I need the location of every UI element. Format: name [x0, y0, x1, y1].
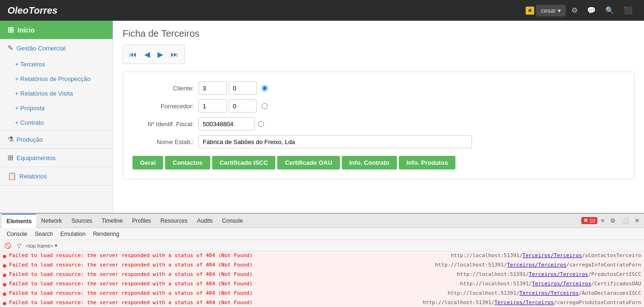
plus-icon-5: +	[15, 120, 18, 126]
fornecedor-alt-input[interactable]	[229, 99, 257, 113]
fornecedor-radio[interactable]	[262, 103, 268, 109]
devtools-tabs: Elements Network Sources Timeline Profil…	[0, 214, 644, 228]
plus-icon-3: +	[15, 90, 18, 97]
nome-input[interactable]	[198, 135, 472, 148]
sidebar-item-proposta[interactable]: + Proposta	[0, 101, 113, 115]
filter-btn[interactable]: ▽	[16, 242, 23, 250]
relatorios-label: Relatórios	[19, 173, 47, 180]
nav-prev-button[interactable]: ◀	[141, 48, 153, 61]
devtools-close-btn[interactable]: ✕	[632, 216, 642, 226]
sidebar-item-terceiros[interactable]: + Terceiros	[0, 57, 113, 72]
top-header: OleoTorres ★ cesar ▾ ⚙ 💬 🔍 ⬛	[0, 0, 644, 21]
inicio-label: Início	[17, 26, 35, 34]
chat-button[interactable]: 💬	[583, 3, 600, 17]
sec-tab-console[interactable]: Console	[3, 229, 31, 239]
console-line-3: ● Failed to load resource: the server re…	[0, 270, 644, 280]
console-url-2: http://localhost:51391/Terceiros/Terceir…	[435, 262, 641, 268]
console-line-5: ● Failed to load resource: the server re…	[0, 289, 644, 299]
tab-info-produtos[interactable]: Info. Produtos	[399, 156, 455, 170]
header-right: ★ cesar ▾ ⚙ 💬 🔍 ⬛	[526, 3, 636, 17]
proposta-label: Proposta	[20, 105, 45, 112]
edit-icon: ✎	[8, 44, 14, 52]
tab-certificado-iscc[interactable]: Certificado ISCC	[212, 156, 276, 170]
sidebar-item-inicio[interactable]: ⊞ Início	[0, 21, 113, 39]
sec-tab-search[interactable]: Search	[31, 229, 57, 239]
console-line-4: ● Failed to load resource: the server re…	[0, 280, 644, 289]
devtools-secondary-tabs: Console Search Emulation Rendering	[0, 228, 644, 240]
console-url-5: http://localhost:51391/Terceiros/Terceir…	[447, 290, 641, 296]
tab-certificado-oau[interactable]: Certificado OAU	[277, 156, 339, 170]
sidebar: ⊞ Início ✎ Gestão Comercial + Terceiros …	[0, 21, 113, 213]
plus-icon: +	[15, 61, 18, 68]
console-line-2: ● Failed to load resource: the server re…	[0, 261, 644, 270]
signout-button[interactable]: ⬛	[620, 3, 636, 17]
user-menu-button[interactable]: cesar ▾	[536, 5, 566, 16]
devtools-dock-btn[interactable]: ⬜	[619, 216, 631, 226]
devtools-format-btn[interactable]: ≡	[598, 216, 607, 226]
nav-last-button[interactable]: ⏭	[167, 48, 182, 61]
devtools-tabs-left: Elements Network Sources Timeline Profil…	[2, 214, 248, 228]
devtools-tab-resources[interactable]: Resources	[156, 214, 192, 228]
cliente-alt-input[interactable]	[229, 81, 257, 95]
sidebar-item-relatorios-visita[interactable]: + Relatórios de Visita	[0, 86, 113, 101]
settings-icon: ⚙	[571, 6, 578, 15]
devtools-tab-audits[interactable]: Audits	[192, 214, 217, 228]
devtools-tab-network[interactable]: Network	[36, 214, 66, 228]
frame-select[interactable]: <top frame> ▾	[25, 242, 58, 249]
equipment-icon: ⊞	[8, 154, 14, 162]
sidebar-item-contrato[interactable]: + Contrato	[0, 115, 113, 130]
console-url-1: http://localhost:51391/Terceiros/Terceir…	[451, 252, 641, 259]
devtools-tabs-right: ✖ 10 ≡ ⚙ ⬜ ✕	[581, 216, 642, 226]
clear-console-btn[interactable]: 🚫	[3, 242, 13, 250]
tab-geral[interactable]: Geral	[132, 156, 163, 170]
devtools-tab-profiles[interactable]: Profiles	[127, 214, 156, 228]
devtools-tab-timeline[interactable]: Timeline	[97, 214, 127, 228]
sidebar-gestao-comercial[interactable]: ✎ Gestão Comercial	[0, 39, 113, 57]
nav-first-button[interactable]: ⏮	[126, 48, 140, 61]
devtools-tab-elements[interactable]: Elements	[2, 214, 36, 228]
tab-contactos[interactable]: Contactos	[165, 156, 210, 170]
fiscal-row: Nº Identif. Fiscal:	[132, 117, 625, 130]
error-count-badge: ✖ 10	[581, 217, 597, 224]
search-button[interactable]: 🔍	[602, 3, 618, 17]
devtools-toolbar: 🚫 ▽ <top frame> ▾	[0, 240, 644, 251]
plus-icon-2: +	[15, 76, 18, 82]
relatorios-prospeccao-label: Relatórios de Prospecção	[20, 75, 91, 82]
grid-icon: ⊞	[8, 25, 14, 34]
fornecedor-row: Fornecedor:	[132, 99, 625, 113]
sidebar-equipamentos[interactable]: ⊞ Equipamentos	[0, 149, 113, 167]
app-title: OleoTorres	[8, 5, 58, 16]
fiscal-input[interactable]	[198, 117, 255, 130]
dropdown-arrow-icon: ▾	[558, 7, 561, 14]
nav-next-button[interactable]: ▶	[154, 48, 166, 61]
sidebar-producao[interactable]: ⚗ Produção	[0, 130, 113, 148]
relatorios-visita-label: Relatórios de Visita	[20, 90, 73, 97]
nome-label: Nome Estab.:	[132, 138, 198, 145]
devtools-tab-sources[interactable]: Sources	[66, 214, 97, 228]
cliente-input[interactable]	[198, 81, 227, 95]
fiscal-radio[interactable]	[258, 121, 264, 127]
sec-tab-rendering[interactable]: Rendering	[89, 229, 123, 239]
tab-buttons: Geral Contactos Certificado ISCC Certifi…	[132, 156, 625, 170]
cliente-radio[interactable]	[262, 85, 268, 91]
error-icon-5: ●	[3, 291, 6, 297]
fornecedor-input[interactable]	[198, 99, 227, 113]
sidebar-relatorios[interactable]: 📋 Relatórios	[0, 167, 113, 185]
console-url-4: http://localhost:51391/Terceiros/Terceir…	[460, 281, 641, 287]
tab-info-contrato[interactable]: Info. Contrato	[342, 156, 397, 170]
console-text-1: Failed to load resource: the server resp…	[9, 252, 448, 259]
error-icon-1: ●	[3, 253, 6, 259]
sidebar-item-relatorios-prospeccao[interactable]: + Relatórios de Prospecção	[0, 72, 113, 86]
page-title: Ficha de Terceiros	[123, 28, 635, 39]
devtools-settings-btn[interactable]: ⚙	[608, 216, 618, 226]
nome-row: Nome Estab.:	[132, 135, 625, 148]
console-line-6: ● Failed to load resource: the server re…	[0, 299, 644, 307]
username-label: cesar	[541, 7, 556, 14]
form-card: Cliente: Fornecedor: Nº Identif. Fiscal:	[123, 72, 635, 179]
error-icon-4: ●	[3, 281, 6, 288]
user-badge: ★	[526, 7, 534, 15]
settings-button[interactable]: ⚙	[568, 3, 581, 17]
devtools-tab-console[interactable]: Console	[217, 214, 248, 228]
equipamentos-label: Equipamentos	[17, 154, 56, 162]
sec-tab-emulation[interactable]: Emulation	[57, 229, 89, 239]
